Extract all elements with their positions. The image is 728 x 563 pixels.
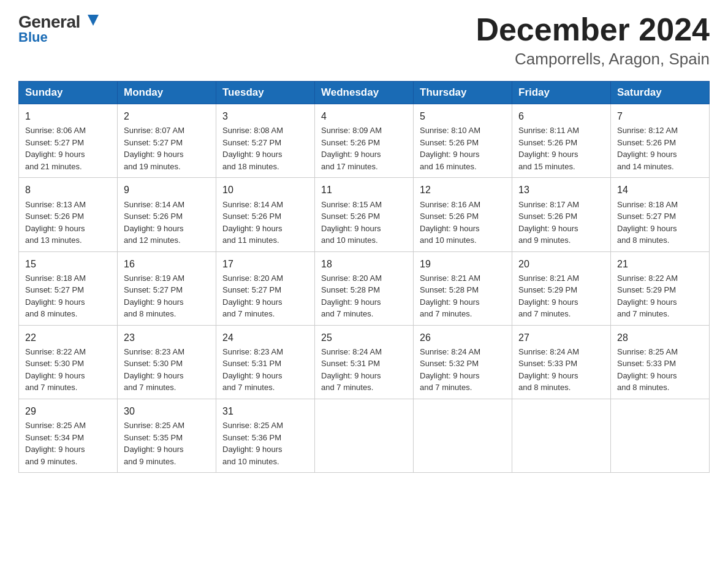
day-number: 3 [222, 109, 308, 123]
day-info: Sunrise: 8:08 AM Sunset: 5:27 PM Dayligh… [222, 124, 308, 172]
day-info: Sunrise: 8:16 AM Sunset: 5:26 PM Dayligh… [420, 199, 506, 247]
day-number: 18 [321, 257, 407, 271]
day-info: Sunrise: 8:18 AM Sunset: 5:27 PM Dayligh… [25, 272, 111, 320]
empty-cell [512, 399, 611, 472]
day-info: Sunrise: 8:23 AM Sunset: 5:30 PM Dayligh… [124, 346, 210, 394]
day-number: 17 [222, 257, 308, 271]
day-cell-3: 3 Sunrise: 8:08 AM Sunset: 5:27 PM Dayli… [216, 104, 315, 178]
svg-marker-0 [88, 15, 99, 26]
day-info: Sunrise: 8:15 AM Sunset: 5:26 PM Dayligh… [321, 199, 407, 247]
day-info: Sunrise: 8:22 AM Sunset: 5:29 PM Dayligh… [617, 272, 703, 320]
day-info: Sunrise: 8:25 AM Sunset: 5:34 PM Dayligh… [25, 419, 111, 467]
day-number: 9 [124, 183, 210, 197]
day-number: 15 [25, 257, 111, 271]
day-cell-24: 24 Sunrise: 8:23 AM Sunset: 5:31 PM Dayl… [216, 325, 315, 399]
header-friday: Friday [512, 82, 611, 104]
day-cell-20: 20 Sunrise: 8:21 AM Sunset: 5:29 PM Dayl… [512, 251, 611, 325]
day-cell-6: 6 Sunrise: 8:11 AM Sunset: 5:26 PM Dayli… [512, 104, 611, 178]
day-number: 12 [420, 183, 506, 197]
week-row-5: 29 Sunrise: 8:25 AM Sunset: 5:34 PM Dayl… [19, 399, 710, 472]
day-number: 21 [617, 257, 703, 271]
day-cell-25: 25 Sunrise: 8:24 AM Sunset: 5:31 PM Dayl… [315, 325, 414, 399]
day-cell-30: 30 Sunrise: 8:25 AM Sunset: 5:35 PM Dayl… [118, 399, 216, 472]
day-info: Sunrise: 8:24 AM Sunset: 5:31 PM Dayligh… [321, 346, 407, 394]
day-cell-1: 1 Sunrise: 8:06 AM Sunset: 5:27 PM Dayli… [19, 104, 118, 178]
day-number: 19 [420, 257, 506, 271]
day-number: 10 [222, 183, 308, 197]
header-tuesday: Tuesday [216, 82, 315, 104]
day-cell-19: 19 Sunrise: 8:21 AM Sunset: 5:28 PM Dayl… [414, 251, 512, 325]
header-monday: Monday [118, 82, 216, 104]
day-cell-9: 9 Sunrise: 8:14 AM Sunset: 5:26 PM Dayli… [118, 178, 216, 251]
day-info: Sunrise: 8:10 AM Sunset: 5:26 PM Dayligh… [420, 124, 506, 172]
header-sunday: Sunday [19, 82, 118, 104]
day-number: 13 [518, 183, 604, 197]
day-number: 7 [617, 109, 703, 123]
day-info: Sunrise: 8:11 AM Sunset: 5:26 PM Dayligh… [518, 124, 604, 172]
day-number: 4 [321, 109, 407, 123]
day-info: Sunrise: 8:22 AM Sunset: 5:30 PM Dayligh… [25, 346, 111, 394]
header-saturday: Saturday [611, 82, 710, 104]
empty-cell [611, 399, 710, 472]
week-row-2: 8 Sunrise: 8:13 AM Sunset: 5:26 PM Dayli… [19, 178, 710, 251]
day-cell-4: 4 Sunrise: 8:09 AM Sunset: 5:26 PM Dayli… [315, 104, 414, 178]
day-cell-28: 28 Sunrise: 8:25 AM Sunset: 5:33 PM Dayl… [611, 325, 710, 399]
day-info: Sunrise: 8:19 AM Sunset: 5:27 PM Dayligh… [124, 272, 210, 320]
day-cell-15: 15 Sunrise: 8:18 AM Sunset: 5:27 PM Dayl… [19, 251, 118, 325]
day-cell-29: 29 Sunrise: 8:25 AM Sunset: 5:34 PM Dayl… [19, 399, 118, 472]
day-number: 16 [124, 257, 210, 271]
day-info: Sunrise: 8:13 AM Sunset: 5:26 PM Dayligh… [25, 199, 111, 247]
day-info: Sunrise: 8:06 AM Sunset: 5:27 PM Dayligh… [25, 124, 111, 172]
day-number: 29 [25, 404, 111, 418]
day-number: 8 [25, 183, 111, 197]
day-cell-31: 31 Sunrise: 8:25 AM Sunset: 5:36 PM Dayl… [216, 399, 315, 472]
day-info: Sunrise: 8:23 AM Sunset: 5:31 PM Dayligh… [222, 346, 308, 394]
day-number: 20 [518, 257, 604, 271]
page-header: General Blue December 2024 Camporrells, … [18, 12, 710, 69]
week-row-1: 1 Sunrise: 8:06 AM Sunset: 5:27 PM Dayli… [19, 104, 710, 178]
day-cell-27: 27 Sunrise: 8:24 AM Sunset: 5:33 PM Dayl… [512, 325, 611, 399]
day-cell-18: 18 Sunrise: 8:20 AM Sunset: 5:28 PM Dayl… [315, 251, 414, 325]
day-number: 2 [124, 109, 210, 123]
day-number: 5 [420, 109, 506, 123]
calendar-table: SundayMondayTuesdayWednesdayThursdayFrid… [18, 81, 710, 473]
day-number: 24 [222, 331, 308, 345]
day-cell-22: 22 Sunrise: 8:22 AM Sunset: 5:30 PM Dayl… [19, 325, 118, 399]
day-info: Sunrise: 8:12 AM Sunset: 5:26 PM Dayligh… [617, 124, 703, 172]
title-block: December 2024 Camporrells, Aragon, Spain [476, 12, 710, 69]
day-info: Sunrise: 8:14 AM Sunset: 5:26 PM Dayligh… [124, 199, 210, 247]
week-row-4: 22 Sunrise: 8:22 AM Sunset: 5:30 PM Dayl… [19, 325, 710, 399]
location-title: Camporrells, Aragon, Spain [476, 50, 710, 69]
day-cell-13: 13 Sunrise: 8:17 AM Sunset: 5:26 PM Dayl… [512, 178, 611, 251]
day-cell-16: 16 Sunrise: 8:19 AM Sunset: 5:27 PM Dayl… [118, 251, 216, 325]
day-number: 1 [25, 109, 111, 123]
day-cell-12: 12 Sunrise: 8:16 AM Sunset: 5:26 PM Dayl… [414, 178, 512, 251]
day-info: Sunrise: 8:20 AM Sunset: 5:28 PM Dayligh… [321, 272, 407, 320]
day-info: Sunrise: 8:14 AM Sunset: 5:26 PM Dayligh… [222, 199, 308, 247]
header-wednesday: Wednesday [315, 82, 414, 104]
day-number: 23 [124, 331, 210, 345]
day-number: 14 [617, 183, 703, 197]
day-cell-8: 8 Sunrise: 8:13 AM Sunset: 5:26 PM Dayli… [19, 178, 118, 251]
day-info: Sunrise: 8:18 AM Sunset: 5:27 PM Dayligh… [617, 199, 703, 247]
day-number: 22 [25, 331, 111, 345]
day-number: 31 [222, 404, 308, 418]
day-cell-5: 5 Sunrise: 8:10 AM Sunset: 5:26 PM Dayli… [414, 104, 512, 178]
day-info: Sunrise: 8:25 AM Sunset: 5:36 PM Dayligh… [222, 419, 308, 467]
week-row-3: 15 Sunrise: 8:18 AM Sunset: 5:27 PM Dayl… [19, 251, 710, 325]
day-info: Sunrise: 8:17 AM Sunset: 5:26 PM Dayligh… [518, 199, 604, 247]
day-number: 30 [124, 404, 210, 418]
day-cell-14: 14 Sunrise: 8:18 AM Sunset: 5:27 PM Dayl… [611, 178, 710, 251]
day-cell-21: 21 Sunrise: 8:22 AM Sunset: 5:29 PM Dayl… [611, 251, 710, 325]
day-number: 11 [321, 183, 407, 197]
day-info: Sunrise: 8:25 AM Sunset: 5:33 PM Dayligh… [617, 346, 703, 394]
day-info: Sunrise: 8:25 AM Sunset: 5:35 PM Dayligh… [124, 419, 210, 467]
day-number: 25 [321, 331, 407, 345]
header-row: SundayMondayTuesdayWednesdayThursdayFrid… [19, 82, 710, 104]
empty-cell [414, 399, 512, 472]
day-info: Sunrise: 8:24 AM Sunset: 5:33 PM Dayligh… [518, 346, 604, 394]
month-title: December 2024 [476, 12, 710, 47]
day-info: Sunrise: 8:24 AM Sunset: 5:32 PM Dayligh… [420, 346, 506, 394]
header-thursday: Thursday [414, 82, 512, 104]
day-number: 28 [617, 331, 703, 345]
